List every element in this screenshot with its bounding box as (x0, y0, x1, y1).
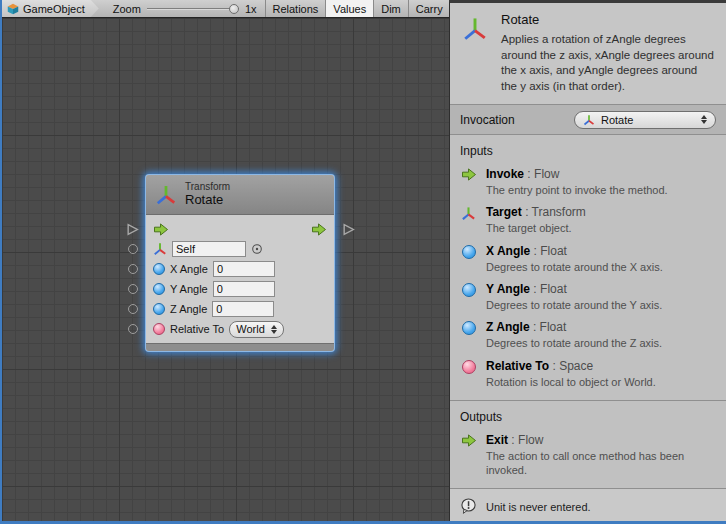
flow-arrow-icon (311, 223, 327, 236)
relations-button[interactable]: Relations (265, 0, 326, 17)
port-doc-text: Invoke : Flow The entry point to invoke … (486, 167, 668, 197)
port-type: Float (540, 244, 567, 258)
transform-axes-icon (462, 16, 488, 42)
port-type: Flow (518, 433, 543, 447)
value-port-blue-icon (153, 263, 165, 275)
y-angle-field[interactable] (213, 281, 275, 297)
port-doc-target: Target : Transform The target object. (460, 205, 716, 235)
z-angle-input-port[interactable] (128, 304, 138, 314)
x-angle-field[interactable] (213, 261, 275, 277)
flow-arrow-icon (460, 168, 477, 197)
node-z-angle-row: Z Angle (153, 299, 327, 319)
port-type: Space (559, 359, 593, 373)
node-footer (146, 343, 334, 351)
relative-to-label: Relative To (170, 323, 224, 335)
invocation-value: Rotate (601, 114, 695, 126)
port-doc-text: Exit : Flow The action to call once meth… (486, 433, 716, 478)
transform-axes-icon (155, 184, 177, 206)
inspector-panel: Rotate Applies a rotation of zAngle degr… (449, 0, 726, 521)
port-type: Flow (534, 167, 559, 181)
invocation-dropdown[interactable]: Rotate (574, 111, 716, 129)
graph-toolbar: GameObject Zoom 1x Relations Values Dim … (2, 0, 449, 18)
separator: : (511, 433, 514, 447)
warning-text: Unit is never entered. (486, 501, 591, 513)
node-title: Rotate (185, 193, 230, 208)
flow-input-port[interactable] (126, 223, 139, 236)
transform-axes-icon (583, 114, 595, 126)
transform-axes-icon (460, 206, 477, 235)
rotate-node[interactable]: Transform Rotate (146, 175, 334, 351)
object-picker-icon[interactable] (251, 243, 263, 255)
port-doc-text: Z Angle : Float Degrees to rotate around… (486, 320, 662, 350)
port-desc: Degrees to rotate around the X axis. (486, 260, 663, 274)
value-port-blue-icon (460, 283, 477, 312)
node-flow-row (153, 219, 327, 239)
port-desc: Rotation is local to object or World. (486, 375, 656, 389)
port-doc-exit: Exit : Flow The action to call once meth… (460, 433, 716, 478)
port-type: Float (540, 320, 567, 334)
z-angle-field[interactable] (212, 301, 274, 317)
port-doc-y-angle: Y Angle : Float Degrees to rotate around… (460, 282, 716, 312)
carry-button[interactable]: Carry (408, 0, 450, 17)
y-angle-label: Y Angle (170, 283, 208, 295)
port-type: Transform (532, 205, 586, 219)
port-doc-text: X Angle : Float Degrees to rotate around… (486, 244, 663, 274)
zoom-slider-thumb[interactable] (229, 4, 239, 14)
port-doc-text: Target : Transform The target object. (486, 205, 586, 235)
breadcrumb[interactable]: GameObject (2, 0, 99, 17)
breadcrumb-label: GameObject (23, 3, 85, 15)
graph-canvas[interactable]: Transform Rotate (2, 18, 449, 521)
separator: : (527, 167, 530, 181)
target-input-port[interactable] (128, 244, 138, 254)
flow-arrow-icon (460, 434, 477, 478)
separator: : (533, 282, 536, 296)
flow-arrow-icon (153, 223, 169, 236)
relative-to-input-port[interactable] (128, 324, 138, 334)
dim-button[interactable]: Dim (373, 0, 408, 17)
y-angle-input-port[interactable] (128, 284, 138, 294)
outputs-heading: Outputs (460, 410, 716, 424)
port-name: X Angle (486, 244, 530, 258)
port-name: Target (486, 205, 522, 219)
inputs-section: Inputs Invoke : Flow The entry point to … (450, 135, 726, 401)
separator: : (533, 320, 536, 334)
port-desc: The target object. (486, 221, 586, 235)
zoom-label: Zoom (113, 3, 141, 15)
port-doc-text: Y Angle : Float Degrees to rotate around… (486, 282, 662, 312)
relative-to-dropdown[interactable]: World (229, 321, 284, 338)
flow-output-port[interactable] (342, 223, 355, 236)
node-header[interactable]: Transform Rotate (146, 175, 334, 215)
value-port-pink-icon (460, 360, 477, 389)
target-self-field[interactable] (172, 241, 246, 257)
rotate-node-wrapper: Transform Rotate (146, 175, 334, 351)
zoom-slider[interactable] (147, 4, 239, 14)
relative-to-value: World (236, 323, 265, 335)
zoom-slider-track[interactable] (147, 8, 239, 10)
value-port-blue-icon (460, 245, 477, 274)
node-x-angle-row: X Angle (153, 259, 327, 279)
values-button[interactable]: Values (325, 0, 373, 17)
port-desc: Degrees to rotate around the Z axis. (486, 336, 662, 350)
port-name: Relative To (486, 359, 549, 373)
warning-row: Unit is never entered. (450, 489, 726, 524)
graph-pane: GameObject Zoom 1x Relations Values Dim … (2, 0, 449, 521)
bolt-graph-window: GameObject Zoom 1x Relations Values Dim … (0, 0, 726, 524)
separator: : (534, 244, 537, 258)
separator: : (525, 205, 528, 219)
dropdown-spinner-icon (271, 325, 277, 334)
x-angle-input-port[interactable] (128, 264, 138, 274)
node-target-row (153, 239, 327, 259)
node-body: X Angle Y Angle Z Angle (146, 215, 334, 341)
node-relative-to-row: Relative To World (153, 319, 327, 339)
inspector-header: Rotate Applies a rotation of zAngle degr… (450, 3, 726, 104)
inspector-header-text: Rotate Applies a rotation of zAngle degr… (501, 12, 714, 94)
transform-axes-icon (153, 242, 167, 256)
zoom-value: 1x (245, 3, 257, 15)
z-angle-label: Z Angle (170, 303, 207, 315)
port-type: Float (540, 282, 567, 296)
invocation-row: Invocation Rotate (450, 104, 726, 135)
warning-bubble-icon (460, 498, 477, 515)
port-desc: Degrees to rotate around the Y axis. (486, 298, 662, 312)
zoom-control: Zoom 1x (99, 0, 265, 17)
invocation-label: Invocation (460, 113, 515, 127)
